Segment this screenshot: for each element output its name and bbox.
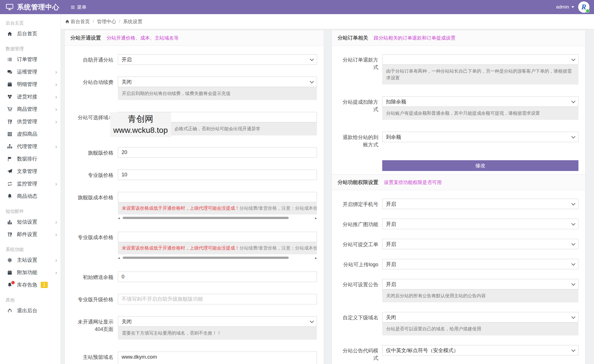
sidebar-item-virtual-goods[interactable]: 虚拟商品 (0, 128, 61, 140)
deduct-mode-select[interactable]: 扣除余额 (382, 96, 578, 107)
breadcrumb-item-admin[interactable]: 管理中心 (97, 18, 116, 25)
set-notice-select[interactable]: 开启 (382, 279, 578, 289)
sidebar-item-mainsite-settings[interactable]: 主站设置 › (0, 254, 61, 266)
chevron-right-icon: › (55, 94, 57, 99)
field-help: 关闭后分站的所有公告将默认使用主站的公告内容 (382, 289, 578, 302)
sidebar-item-supply-mgmt[interactable]: 供货管理 › (0, 115, 61, 128)
sidebar-item-addons[interactable]: 附加功能 › (0, 266, 61, 279)
notice-mode-select[interactable]: 仅中英文/标点符号（安全模式） (382, 345, 578, 356)
sidebar-item-sms-settings[interactable]: 短信设置 › (0, 216, 61, 228)
sidebar-item-monitor-mgmt[interactable]: 监控管理 › (0, 177, 61, 190)
username: admin (556, 4, 569, 10)
breadcrumb-bar: 前台首页 / 管理中心 / 系统设置 (61, 14, 594, 29)
url-404-select[interactable]: 关闭 (118, 316, 317, 327)
scroll-thumb[interactable] (123, 257, 289, 259)
sidebar-item-agent-mgmt[interactable]: 代理管理 › (0, 140, 61, 153)
watermark-line2: www.wcku8.top (113, 125, 168, 136)
panel-title: 分站功能权限设置 (338, 179, 378, 186)
refund-to-select[interactable]: 到余额 (382, 132, 578, 142)
pro-cost-input[interactable] (118, 232, 317, 242)
panel-permission-settings: 分站功能权限设置 设置某些功能权限是否可用 开启绑定手机号 开启 分站推广图功能… (332, 174, 586, 364)
utensils-icon (6, 232, 13, 237)
menu-toggle[interactable]: 菜单 (70, 4, 87, 10)
upload-logo-select[interactable]: 开启 (382, 259, 578, 269)
horizontal-scrollbar[interactable]: ◂ ▸ (118, 216, 317, 220)
init-balance-input[interactable] (118, 272, 317, 282)
panel-site-open-settings: 分站开通设置 分站开通价格、成本、主站域名等 自助开通分站 开启 分站自动续费 … (64, 30, 324, 364)
sidebar-item-detail-mgmt[interactable]: 明细管理 › (0, 78, 61, 90)
sidebar-item-goods-news[interactable]: 商品动态 (0, 190, 61, 202)
sitemap-icon (6, 144, 13, 149)
bars-icon (70, 5, 75, 10)
breadcrumb-item-current: 系统设置 (123, 18, 142, 25)
field-label: 专业版成本价格 (72, 232, 118, 260)
sidebar-item-purchase-dock[interactable]: 进货对接 › (0, 90, 61, 103)
field-label: 分站自动续费 (72, 77, 118, 100)
field-label: 旗舰版成本价格 (72, 192, 118, 220)
reserved-domain-textarea[interactable]: www.dkym.com (118, 352, 317, 364)
field-label: 开启绑定手机号 (339, 199, 382, 209)
field-label: 未开通网址显示404页面 (72, 316, 118, 340)
user-menu[interactable]: admin (556, 4, 574, 10)
field-label: 自定义下级域名 (339, 312, 382, 335)
scroll-left-arrow[interactable]: ◂ (118, 216, 120, 220)
sidebar-item-goods-mgmt[interactable]: 商品管理 › (0, 103, 61, 115)
sidebar-section-label: 后台主页 (0, 20, 61, 26)
field-label: 主站预留域名 (72, 352, 118, 364)
refund-mode-select[interactable] (382, 54, 578, 65)
scroll-thumb[interactable] (123, 217, 289, 219)
custom-domain-select[interactable]: 关闭 (382, 312, 578, 322)
bind-phone-select[interactable]: 开启 (382, 199, 578, 209)
flagship-cost-input[interactable] (118, 192, 317, 202)
scroll-right-arrow[interactable]: ▸ (315, 256, 317, 260)
upgrade-price-input[interactable] (118, 294, 317, 304)
field-label: 初始赠送余额 (72, 272, 118, 282)
home-icon (6, 31, 13, 36)
app-brand[interactable]: 系统管理中心 (0, 3, 70, 12)
self-open-select[interactable]: 开启 (118, 54, 317, 65)
sidebar-item-data-rank[interactable]: 数据排行 (0, 153, 61, 165)
sidebar-item-article-mgmt[interactable]: 文章管理 (0, 165, 61, 177)
flagship-price-input[interactable] (118, 147, 317, 158)
chevron-right-icon: › (55, 257, 57, 263)
chevron-right-icon: › (55, 270, 57, 275)
field-label: 退款给分站的到账方式 (339, 132, 382, 148)
home-icon (65, 19, 71, 24)
sidebar-section-label: 其他 (0, 297, 61, 303)
pro-price-input[interactable] (118, 170, 317, 180)
main-content: 分站开通设置 分站开通价格、成本、主站域名等 自助开通分站 开启 分站自动续费 … (61, 29, 594, 364)
cart-icon (6, 107, 13, 112)
list-icon (6, 57, 13, 62)
sidebar-item-order-mgmt[interactable]: 订单管理 (0, 53, 61, 66)
sidebar-item-home[interactable]: 后台首页 (0, 27, 61, 40)
sidebar-item-logout[interactable]: 退出后台 (0, 304, 61, 317)
submit-button[interactable]: 修改 (382, 160, 578, 171)
sidebar-item-stock-alert[interactable]: 库存告急 1 (0, 279, 61, 291)
comments-icon (6, 69, 13, 75)
field-label: 分站推广图功能 (339, 219, 382, 229)
auto-renew-select[interactable]: 关闭 (118, 77, 317, 87)
chevron-right-icon: › (55, 144, 57, 149)
field-label: 分站公告代码模式 (339, 345, 382, 362)
field-help: 分站账户有提成余额和普通余额，其中只能提成余额可提现，请根据需求设置 (382, 107, 578, 120)
sidebar-item-ops-mgmt[interactable]: 运维管理 › (0, 66, 61, 78)
calendar-icon (6, 82, 13, 87)
watermark: 青创网 www.wcku8.top (110, 112, 171, 137)
work-order-select[interactable]: 开启 (382, 239, 578, 249)
gear-icon (6, 257, 13, 263)
scroll-left-arrow[interactable]: ◂ (118, 256, 120, 260)
scroll-right-arrow[interactable]: ▸ (315, 216, 317, 220)
promo-image-select[interactable]: 开启 (382, 219, 578, 229)
online-status-dot (586, 9, 589, 13)
sidebar-item-mail-settings[interactable]: 邮件设置 › (0, 228, 61, 240)
chevron-right-icon: › (55, 181, 57, 187)
flag-icon (6, 156, 13, 162)
field-help: 由于分站订单有两种，一种分站站长自己下单的，另一种是分站的游客客户下单的，请根据… (382, 65, 578, 84)
horizontal-scrollbar[interactable]: ◂ ▸ (118, 256, 317, 260)
logo-avatar[interactable]: R (578, 1, 589, 13)
breadcrumb-item-front[interactable]: 前台首页 (71, 18, 90, 25)
panel-subtitle: 分站开通价格、成本、主站域名等 (107, 35, 179, 41)
sidebar-section-label: 短信邮件 (0, 209, 61, 214)
chevron-right-icon: › (55, 69, 57, 75)
sidebar-section-label: 数据管理 (0, 46, 61, 52)
